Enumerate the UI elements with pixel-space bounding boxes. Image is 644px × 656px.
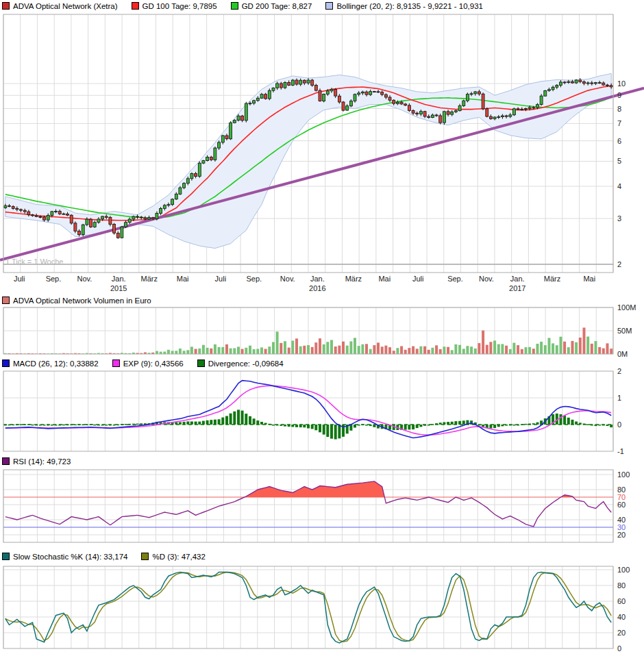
price-axis-label: 10 [617, 79, 626, 88]
legend-swatch-icon [231, 2, 238, 10]
macd-axis-label: -1 [617, 447, 624, 455]
legend-label: ADVA Optical Network Volumen in Euro [13, 297, 151, 305]
x-axis-month-label: Mai [583, 275, 595, 283]
stock-chart-page: 1098765432100M50M0M210-11008070604030201… [0, 0, 644, 656]
legend-swatch-icon [2, 2, 10, 10]
legend-item-stoch-0: Slow Stochastic %K (14): 33,174 [2, 553, 127, 561]
x-axis-month-label: Sep. [46, 275, 62, 283]
volume-legend: ADVA Optical Network Volumen in Euro [2, 295, 165, 305]
rsi-axis-label: 20 [617, 531, 626, 539]
stoch-axis-label: 80 [617, 581, 626, 590]
x-axis-month-label: Mai [378, 275, 391, 283]
x-axis-month-label: Nov. [280, 275, 295, 283]
x-axis-month-label: Juli [412, 275, 424, 283]
volume-axis-label: 0M [617, 350, 628, 358]
legend-swatch-icon [141, 553, 149, 560]
legend-swatch-icon [2, 297, 10, 304]
legend-item-macd-2: Divergence: -0,09684 [197, 359, 284, 368]
x-axis-month-label: Mai [177, 275, 189, 283]
macd-axis-label: 2 [617, 367, 621, 375]
legend-item-macd-0: MACD (26, 12): 0,33882 [2, 359, 99, 368]
legend-label: Bollinger (20, 2): 8,9135 - 9,9221 - 10,… [336, 2, 483, 10]
legend-swatch-icon [112, 359, 120, 367]
price-legend: ADVA Optical Network (Xetra)GD 100 Tage:… [2, 1, 497, 11]
price-axis-label: 7 [617, 119, 621, 127]
rsi-axis-label: 60 [617, 501, 626, 509]
rsi-axis-label: 100 [617, 470, 630, 479]
stoch-axis-label: 20 [617, 629, 626, 637]
stoch-legend: Slow Stochastic %K (14): 33,174%D (3): 4… [2, 551, 219, 562]
legend-item-stoch-1: %D (3): 47,432 [141, 553, 205, 561]
macd-legend: MACD (26, 12): 0,33882EXP (9): 0,43566Di… [2, 358, 297, 368]
price-axis-label: 4 [617, 182, 621, 190]
rsi-overbought-fill [245, 481, 573, 497]
x-axis-month-label: Nov. [479, 275, 494, 283]
legend-label: GD 100 Tage: 9,7895 [143, 2, 217, 10]
legend-item-price-3: Bollinger (20, 2): 8,9135 - 9,9221 - 10,… [325, 2, 483, 10]
legend-item-macd-1: EXP (9): 0,43566 [112, 359, 184, 368]
x-axis-month-label: März [544, 275, 560, 283]
legend-item-rsi-0: RSI (14): 49,723 [2, 457, 71, 466]
x-axis-month-label: Jan. [510, 275, 525, 283]
x-axis-month-label: Jan. [112, 275, 126, 283]
legend-label: Divergence: -0,09684 [208, 359, 284, 368]
legend-label: Slow Stochastic %K (14): 33,174 [13, 553, 127, 561]
legend-label: ADVA Optical Network (Xetra) [13, 2, 118, 10]
legend-item-price-2: GD 200 Tage: 8,827 [231, 2, 312, 10]
legend-label: EXP (9): 0,43566 [123, 359, 184, 368]
legend-label: MACD (26, 12): 0,33882 [13, 359, 99, 368]
legend-item-volume-0: ADVA Optical Network Volumen in Euro [2, 297, 151, 305]
price-axis-label: 2 [617, 260, 621, 268]
x-axis-month-label: März [140, 275, 157, 283]
x-axis-month-label: Sep. [246, 275, 262, 283]
x-axis-month-label: Nov. [77, 275, 92, 283]
legend-label: %D (3): 47,432 [152, 553, 205, 561]
x-axis-year-label: 2016 [309, 284, 325, 292]
stoch-axis-label: 40 [617, 613, 626, 621]
legend-swatch-icon [197, 359, 205, 367]
legend-item-price-1: GD 100 Tage: 9,7895 [132, 2, 217, 10]
stoch-axis-label: 100 [617, 566, 630, 574]
legend-swatch-icon [325, 2, 333, 10]
x-axis-month-label: Sep. [447, 275, 463, 283]
x-axis-month-label: Juli [14, 275, 25, 283]
legend-label: GD 200 Tage: 8,827 [242, 2, 312, 10]
legend-swatch-icon [2, 553, 10, 560]
tick-note: 1 Tick = 1 Woche [5, 257, 63, 266]
x-axis-year-label: 2017 [509, 284, 525, 292]
volume-axis-label: 100M [617, 303, 636, 312]
legend-label: RSI (14): 49,723 [13, 457, 71, 466]
price-axis-label: 5 [617, 157, 621, 165]
x-axis-month-label: Juli [215, 275, 227, 283]
stoch-axis-label: 0 [617, 644, 621, 653]
price-axis-label: 8 [617, 105, 621, 113]
price-axis-label: 9 [617, 91, 621, 99]
legend-swatch-icon [2, 359, 10, 367]
x-axis-month-label: Jan. [310, 275, 325, 283]
stoch-axis-label: 60 [617, 597, 626, 605]
macd-axis-label: 1 [617, 394, 621, 402]
legend-swatch-icon [2, 457, 10, 465]
price-axis-label: 6 [617, 137, 621, 145]
x-axis-year-label: 2015 [110, 284, 127, 292]
legend-item-price-0: ADVA Optical Network (Xetra) [2, 2, 118, 10]
macd-axis-label: 0 [617, 420, 621, 429]
price-axis-label: 3 [617, 214, 621, 223]
trend-line [0, 88, 644, 260]
x-axis-month-label: März [345, 275, 362, 283]
volume-axis-label: 50M [617, 327, 632, 335]
legend-swatch-icon [132, 2, 139, 10]
rsi-legend: RSI (14): 49,723 [2, 456, 84, 466]
